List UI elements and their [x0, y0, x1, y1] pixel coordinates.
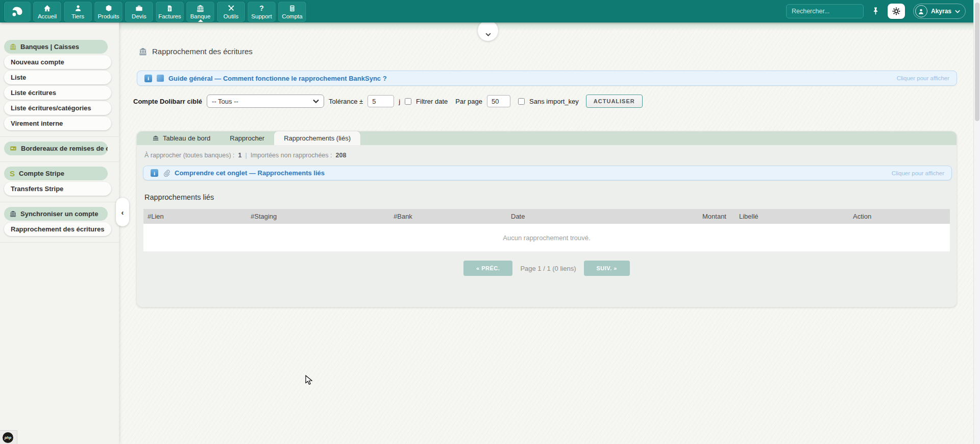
- nav-item-tiers[interactable]: Tiers: [64, 2, 92, 22]
- column-header-staging[interactable]: #Staging: [247, 213, 389, 220]
- scrollbar-thumb[interactable]: [975, 3, 979, 121]
- nav-item-factures[interactable]: Factures: [156, 2, 184, 22]
- tab-rapprochements-lies[interactable]: Rapprochements (liés): [274, 131, 360, 145]
- sidebar-section-banques-caisses[interactable]: Banques | Caisses: [4, 40, 108, 54]
- prev-page-button[interactable]: « PRÉC.: [463, 261, 512, 276]
- sidebar-item-rapprochement-ecritures[interactable]: Rapprochement des écritures: [4, 222, 111, 236]
- app-logo[interactable]: [4, 2, 31, 22]
- sans-import-key-checkbox[interactable]: [518, 98, 525, 105]
- dolibarr-logo-icon: [11, 5, 24, 18]
- column-header-action[interactable]: Action: [849, 213, 950, 220]
- guide-banner[interactable]: i Guide général — Comment fonctionne le …: [137, 71, 957, 86]
- nav-label: Devis: [132, 13, 146, 19]
- column-header-libelle[interactable]: Libellé: [735, 213, 849, 220]
- page-scrollbar[interactable]: [973, 0, 980, 444]
- sidebar-section-compte-stripe[interactable]: S Compte Stripe: [4, 167, 108, 180]
- column-header-bank[interactable]: #Bank: [389, 213, 507, 220]
- stats-line: À rapprocher (toutes banques) : 1 | Impo…: [137, 145, 957, 159]
- calculator-icon: [289, 5, 296, 12]
- nav-label: Tiers: [71, 13, 84, 19]
- tolerance-unit: j: [399, 98, 400, 105]
- sidebar-section-label: Bordereaux de remises de c...: [21, 145, 108, 152]
- tab-info-banner[interactable]: i Comprendre cet onglet — Rapprochements…: [143, 166, 952, 180]
- search-input[interactable]: [786, 4, 864, 18]
- sidebar-item-liste-ecritures[interactable]: Liste écritures: [4, 86, 111, 100]
- bank-icon: [139, 48, 147, 56]
- mouse-cursor: [305, 375, 314, 385]
- nav-label: Accueil: [38, 13, 57, 19]
- stat-value: 1: [238, 152, 242, 159]
- tolerance-input[interactable]: [368, 95, 394, 107]
- nav-item-compta[interactable]: Compta: [278, 2, 306, 22]
- page-title-row: Rapprochement des écritures: [139, 47, 253, 56]
- sidebar-item-liste[interactable]: Liste: [4, 71, 111, 84]
- chevron-down-icon: [313, 99, 319, 103]
- sidebar-item-label: Virement interne: [11, 120, 63, 127]
- sidebar-item-virement-interne[interactable]: Virement interne: [4, 116, 111, 130]
- tolerance-label: Tolérance ±: [329, 98, 363, 105]
- account-filter-label: Compte Dolibarr ciblé: [133, 98, 202, 105]
- collapse-topbar-button[interactable]: [478, 20, 498, 41]
- sidebar-section-label: Banques | Caisses: [20, 43, 79, 51]
- tab-tableau-de-bord[interactable]: Tableau de bord: [143, 131, 220, 145]
- tab-banner-toggle[interactable]: Cliquer pour afficher: [892, 170, 944, 176]
- guide-banner-toggle[interactable]: Cliquer pour afficher: [897, 75, 949, 81]
- account-select[interactable]: -- Tous --: [207, 95, 324, 108]
- tab-banner-text: Comprendre cet onglet — Rapprochements l…: [175, 169, 325, 177]
- avatar: [915, 5, 927, 17]
- sidebar-item-transferts-stripe[interactable]: Transferts Stripe: [4, 182, 111, 196]
- nav-item-accueil[interactable]: Accueil: [33, 2, 61, 22]
- account-select-value: -- Tous --: [212, 98, 238, 105]
- pin-icon[interactable]: [872, 7, 879, 16]
- money-check-icon: [10, 145, 17, 152]
- tab-bar: Tableau de bord Rapprocher Rapprochement…: [137, 131, 957, 145]
- bank-icon: [197, 5, 204, 12]
- page-title: Rapprochement des écritures: [152, 47, 253, 56]
- pagination: « PRÉC. Page 1 / 1 (0 liens) SUIV. »: [137, 261, 957, 276]
- stat-label: À rapprocher (toutes banques) :: [144, 152, 235, 159]
- sidebar-item-nouveau-compte[interactable]: Nouveau compte: [4, 55, 111, 69]
- guide-banner-text: Guide général — Comment fonctionne le ra…: [168, 75, 387, 82]
- nav-label: Compta: [282, 13, 302, 19]
- php-debugbar-button[interactable]: php: [0, 430, 17, 444]
- nav-label: Factures: [158, 13, 181, 19]
- sidebar-section-synchroniser[interactable]: Synchroniser un compte: [4, 207, 108, 221]
- tab-label: Tableau de bord: [163, 134, 210, 142]
- column-header-date[interactable]: Date: [507, 213, 698, 220]
- user-menu[interactable]: Akyras: [913, 4, 966, 19]
- sidebar-item-liste-ecritures-categories[interactable]: Liste écritures/catégories: [4, 101, 111, 115]
- nav-item-support[interactable]: ? Support: [248, 2, 276, 22]
- gear-button[interactable]: [888, 4, 905, 19]
- empty-table-message: Aucun rapprochement trouvé.: [143, 224, 950, 251]
- tab-rapprocher[interactable]: Rapprocher: [220, 131, 274, 145]
- info-icon: i: [151, 169, 158, 177]
- reconciliation-panel: Tableau de bord Rapprocher Rapprochement…: [137, 131, 957, 307]
- bank-icon: [153, 135, 159, 142]
- sidebar-section-bordereaux[interactable]: Bordereaux de remises de c...: [4, 142, 108, 155]
- tab-label: Rapprochements (liés): [284, 134, 351, 142]
- book-icon: [157, 75, 164, 82]
- nav-item-produits[interactable]: Produits: [94, 2, 122, 22]
- per-page-input[interactable]: [487, 95, 510, 107]
- column-header-lien[interactable]: #Lien: [143, 213, 247, 220]
- links-table: #Lien #Staging #Bank Date Montant Libell…: [143, 209, 950, 251]
- section-title: Rapprochements liés: [144, 193, 957, 201]
- sidebar-item-label: Transferts Stripe: [11, 185, 63, 193]
- nav-item-outils[interactable]: Outils: [217, 2, 245, 22]
- sidebar-collapse-handle[interactable]: ‹: [116, 198, 129, 226]
- sidebar-item-label: Liste: [11, 74, 26, 81]
- per-page-label: Par page: [455, 98, 482, 105]
- bank-icon: [10, 211, 16, 217]
- sidebar-item-label: Liste écritures: [11, 89, 56, 97]
- refresh-button[interactable]: ACTUALISER: [586, 95, 643, 108]
- briefcase-icon: [135, 5, 143, 12]
- paperclip-icon: [163, 170, 170, 177]
- next-page-button[interactable]: SUIV. »: [584, 261, 630, 276]
- sidebar-section-label: Compte Stripe: [19, 170, 64, 177]
- column-header-montant[interactable]: Montant: [698, 213, 735, 220]
- tab-label: Rapprocher: [230, 134, 264, 142]
- filter-date-checkbox[interactable]: [405, 98, 411, 105]
- nav-item-banque[interactable]: Banque: [186, 2, 214, 22]
- nav-item-devis[interactable]: Devis: [125, 2, 153, 22]
- filter-date-label: Filtrer date: [416, 98, 448, 105]
